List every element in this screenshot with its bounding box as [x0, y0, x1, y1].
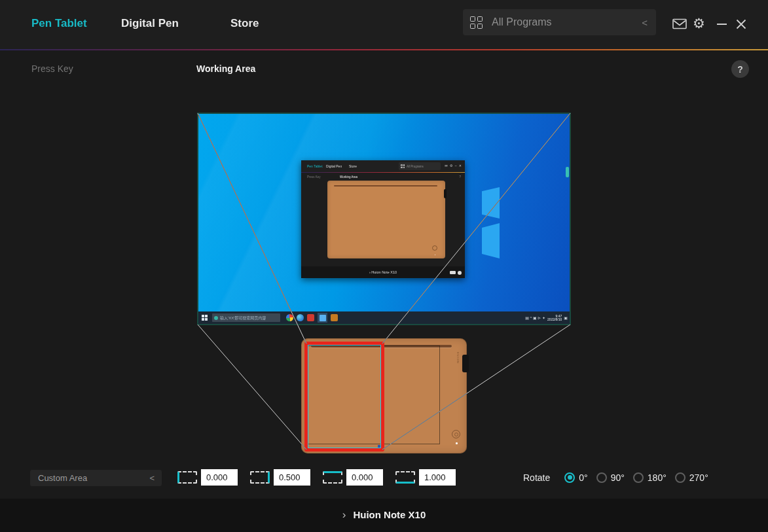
area-preset-label: Custom Area: [38, 473, 87, 483]
system-tray: ▤ ^ ▣ ⊳ ✦ 9:47 2022/8/10 ▣: [525, 315, 568, 321]
radio-0-icon[interactable]: [564, 472, 575, 483]
huion-driver-window: Pen Tablet Digital Pen Store All Program…: [0, 0, 768, 532]
close-icon[interactable]: [736, 19, 746, 29]
field-top: [323, 469, 383, 486]
top-nav: Pen Tablet Digital Pen Store All Program…: [0, 0, 768, 49]
monitor-preview: Pen Tablet Digital Pen Store All Program…: [197, 113, 571, 325]
mini-grid-icon: [401, 164, 405, 168]
help-button[interactable]: ?: [731, 60, 749, 78]
mini-all-programs: All Programs: [399, 162, 441, 170]
field-right: [250, 469, 310, 486]
right-edge-input[interactable]: [274, 469, 310, 486]
mini-pen-groove: [334, 185, 437, 186]
search-icon: [214, 316, 218, 320]
all-programs-grid-icon: [470, 16, 483, 29]
mini-tab-digital-pen: Digital Pen: [326, 164, 342, 168]
device-name: Huion Note X10: [353, 509, 426, 520]
rotate-option-180[interactable]: 180°: [633, 472, 667, 483]
mini-working-area: Working Area: [340, 175, 357, 179]
area-preset-chevron-icon[interactable]: <: [149, 473, 155, 483]
radio-270-icon[interactable]: [675, 472, 686, 483]
windows-logo: [482, 187, 500, 258]
active-app-icon: [318, 313, 327, 323]
rotate-option-90[interactable]: 90°: [596, 472, 625, 483]
orange-app-icon: [331, 314, 338, 321]
settings-gear-icon[interactable]: ⚙: [693, 16, 705, 30]
left-edge-input[interactable]: [201, 469, 238, 486]
tablet-brand-text: HUION: [456, 352, 460, 364]
right-edge-icon: [250, 471, 270, 484]
tablet-indicator-dot: [456, 442, 458, 444]
tab-digital-pen[interactable]: Digital Pen: [121, 17, 179, 30]
tablet-image: HUION: [301, 338, 467, 453]
mini-pen-clip: [444, 189, 447, 198]
sidebar-item-press-key[interactable]: Press Key: [31, 63, 73, 74]
field-bottom: [395, 469, 456, 486]
mini-footer: › Huion Note X10: [301, 266, 465, 278]
gradient-divider: [0, 49, 768, 50]
red-app-icon: [307, 314, 314, 321]
browser-icon: [286, 314, 293, 321]
mail-icon[interactable]: [672, 18, 687, 29]
footer-bar: › Huion Note X10: [0, 499, 768, 532]
tab-pen-tablet[interactable]: Pen Tablet: [31, 17, 87, 30]
mini-gradient-divider: [301, 172, 465, 173]
minimize-icon[interactable]: [717, 24, 727, 25]
mini-help: ?: [459, 175, 461, 179]
working-area-selection[interactable]: [304, 342, 384, 452]
screen-edge-notch: [566, 167, 569, 177]
start-button-icon: [202, 315, 208, 321]
field-left: [177, 469, 238, 486]
pen-clip: [462, 355, 469, 372]
device-chevron-icon[interactable]: ›: [342, 509, 346, 520]
mini-tab-store: Store: [349, 164, 357, 168]
tab-store[interactable]: Store: [230, 17, 259, 30]
tablet-logo-circle: [452, 430, 460, 438]
mini-tablet-image: [327, 181, 445, 258]
mini-bluetooth-icon: [458, 271, 462, 275]
mini-tab-pen-tablet: Pen Tablet: [307, 164, 323, 168]
mini-top-nav: Pen Tablet Digital Pen Store All Program…: [301, 160, 465, 172]
radio-180-icon[interactable]: [633, 472, 644, 483]
rotate-group: Rotate 0° 90° 180° 270°: [523, 469, 717, 486]
all-programs-dropdown[interactable]: All Programs <: [463, 9, 656, 35]
bottom-edge-input[interactable]: [419, 469, 456, 486]
taskbar-search-box: 输入'XX'即可搜索网页内容: [212, 313, 280, 322]
device-selector[interactable]: › Huion Note X10: [0, 509, 768, 520]
taskbar-clock: 9:47 2022/8/10: [547, 315, 562, 321]
mini-logo-circle: [432, 245, 437, 251]
notification-icon: ▣: [564, 316, 568, 320]
selection-resize-handle[interactable]: [378, 445, 381, 448]
rotate-option-0[interactable]: 0°: [564, 472, 587, 483]
rotate-option-270[interactable]: 270°: [675, 472, 708, 483]
rotate-label: Rotate: [523, 472, 550, 483]
area-coordinate-fields: [177, 469, 456, 486]
all-programs-label: All Programs: [492, 16, 552, 28]
radio-90-icon[interactable]: [596, 472, 607, 483]
mini-white-dot: [435, 255, 436, 256]
bottom-edge-icon: [395, 471, 415, 484]
taskbar-app-icons: [286, 313, 338, 323]
mini-window-icons: ✉ ⚙ – ✕: [445, 164, 462, 168]
page-title: Working Area: [196, 63, 255, 74]
area-preset-dropdown[interactable]: Custom Area <: [30, 470, 162, 486]
taskbar: 输入'XX'即可搜索网页内容 ▤ ^ ▣ ⊳ ✦ 9:47 2022/8/10 …: [198, 311, 570, 324]
mini-driver-window: Pen Tablet Digital Pen Store All Program…: [301, 160, 465, 278]
left-edge-icon: [177, 471, 197, 484]
edge-icon: [297, 314, 304, 321]
top-edge-icon: [323, 471, 342, 484]
top-edge-input[interactable]: [346, 469, 383, 486]
all-programs-chevron-icon[interactable]: <: [642, 17, 648, 28]
mini-battery-icon: [450, 271, 456, 274]
mini-press-key: Press Key: [307, 175, 321, 179]
